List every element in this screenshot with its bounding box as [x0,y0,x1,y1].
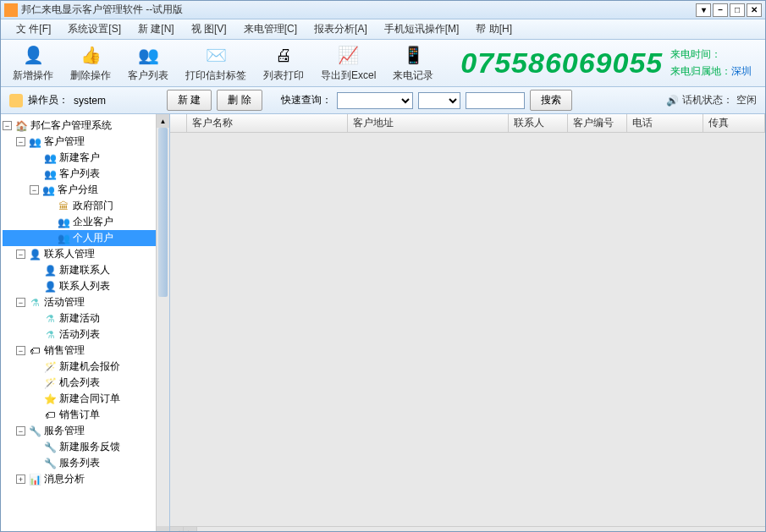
tree-quote-list[interactable]: 🪄机会列表 [3,375,168,391]
minimize-tray-button[interactable]: ▾ [696,3,711,17]
tree-scrollbar[interactable]: ▲ ▼ [156,114,169,532]
contact-icon: 👤 [28,248,41,261]
tree-msg-analysis[interactable]: +📊消息分析 [3,471,168,487]
people-icon: 👥 [28,135,41,149]
wrench-icon: 🔧 [43,457,57,470]
col-fax[interactable]: 传真 [703,114,765,132]
tb-call-log[interactable]: 📱来电记录 [386,41,440,85]
wand-icon: 🪄 [43,360,57,374]
operator-label: 操作员： [28,93,69,107]
search-value-input[interactable] [466,92,525,109]
tree-new-feedback[interactable]: 🔧新建服务反馈 [3,439,168,455]
grid-panel: 客户名称 客户地址 联系人 客户编号 电话 传真 ◀ ▶ [170,114,765,532]
maximize-button[interactable]: □ [730,3,745,17]
tb-print-list[interactable]: 🖨列表打印 [256,41,311,85]
search-field-select[interactable] [337,92,413,109]
menu-settings[interactable]: 系统设置[S] [59,20,130,38]
menu-report[interactable]: 报表分析[A] [306,20,376,38]
collapse-icon[interactable]: − [3,121,12,130]
collapse-icon[interactable]: − [16,346,25,355]
grid-hscrollbar[interactable]: ◀ ▶ [170,526,765,532]
tree-sales-mgmt[interactable]: −🏷销售管理 [3,343,168,359]
tree-new-contact[interactable]: 👤新建联系人 [3,262,168,278]
tb-delete[interactable]: 👍删除操作 [63,41,118,85]
phone-icon: 📱 [401,43,425,67]
tree-contact-list[interactable]: 👤联系人列表 [3,278,168,294]
tag-icon: 🏷 [43,409,57,422]
tree-customer-group[interactable]: −👥客户分组 [3,182,168,198]
search-button[interactable]: 搜索 [530,90,572,111]
tree-new-activity[interactable]: ⚗新建活动 [3,310,168,326]
collapse-icon[interactable]: − [30,185,39,195]
wrench-icon: 🔧 [43,441,57,454]
titlebar: 邦仁来电显示客户管理软件 --试用版 ▾ – □ ✕ [1,1,765,19]
envelope-icon: ✉️ [204,43,228,67]
menu-new[interactable]: 新 建[N] [130,20,183,38]
tree-sales-order[interactable]: 🏷销售订单 [3,407,168,423]
tree-panel: −🏠邦仁客户管理系统 −👥客户管理 👥新建客户 👥客户列表 −👥客户分组 🏛政府… [1,114,170,532]
tree-new-order[interactable]: ⭐新建合同订单 [3,391,168,407]
expand-icon[interactable]: + [16,474,25,484]
tree-new-customer[interactable]: 👥新建客户 [3,150,168,166]
people-icon: 👥 [43,167,57,181]
scroll-left-icon[interactable]: ◀ [170,527,184,532]
collapse-icon[interactable]: − [16,250,25,259]
app-icon [4,3,18,17]
operator-value: system [74,95,106,107]
caller-loc-label: 来电归属地： [670,65,731,77]
tree-activity-mgmt[interactable]: −⚗活动管理 [3,294,168,310]
printer-icon: 🖨 [272,43,295,67]
scroll-thumb[interactable] [158,128,168,297]
close-button[interactable]: ✕ [747,3,762,17]
minimize-button[interactable]: – [713,3,728,17]
operator-icon [9,94,23,107]
menu-view[interactable]: 视 图[V] [183,20,235,38]
wrench-icon: 🔧 [28,425,41,438]
tree-gov-dept[interactable]: 🏛政府部门 [3,198,168,214]
tree-customer-mgmt[interactable]: −👥客户管理 [3,134,168,150]
tree-customer-list[interactable]: 👥客户列表 [3,166,168,182]
nav-tree: −🏠邦仁客户管理系统 −👥客户管理 👥新建客户 👥客户列表 −👥客户分组 🏛政府… [1,114,169,491]
tree-activity-list[interactable]: ⚗活动列表 [3,326,168,343]
collapse-icon[interactable]: − [16,137,25,146]
tree-contact-mgmt[interactable]: −👤联系人管理 [3,246,168,262]
main-area: −🏠邦仁客户管理系统 −👥客户管理 👥新建客户 👥客户列表 −👥客户分组 🏛政府… [1,114,765,532]
chart-icon: 📈 [337,43,361,67]
tb-customer-list[interactable]: 👥客户列表 [121,41,175,85]
col-customer-addr[interactable]: 客户地址 [348,114,509,132]
tree-enterprise[interactable]: 👥企业客户 [3,214,168,230]
tb-export-excel[interactable]: 📈导出到Excel [314,41,383,85]
caller-time-label: 来电时间： [670,48,721,60]
toolbar: 👤新增操作 👍删除操作 👥客户列表 ✉️打印信封标签 🖨列表打印 📈导出到Exc… [1,40,765,87]
scroll-right-icon[interactable]: ▶ [184,527,197,532]
col-phone[interactable]: 电话 [627,114,703,132]
thumbs-up-icon: 👍 [79,43,102,67]
new-button[interactable]: 新 建 [167,90,212,111]
scroll-up-icon[interactable]: ▲ [157,114,169,128]
tree-service-list[interactable]: 🔧服务列表 [3,455,168,471]
chart-icon: 📊 [28,473,41,486]
quick-search-label: 快速查询： [281,93,332,107]
tree-root[interactable]: −🏠邦仁客户管理系统 [3,118,168,134]
menu-file[interactable]: 文 件[F] [8,20,59,38]
collapse-icon[interactable]: − [16,298,25,307]
tb-add[interactable]: 👤新增操作 [6,41,60,85]
collapse-icon[interactable]: − [16,426,25,436]
scroll-down-icon[interactable]: ▼ [157,526,169,532]
search-op-select[interactable] [418,92,460,109]
tree-new-quote[interactable]: 🪄新建机会报价 [3,359,168,375]
people-icon: 👥 [57,232,70,245]
menu-help[interactable]: 帮 助[H] [467,20,521,38]
people-icon: 👥 [136,43,160,67]
flask-icon: ⚗ [43,328,57,342]
menu-sms[interactable]: 手机短讯操作[M] [376,20,468,38]
col-customer-id[interactable]: 客户编号 [568,114,627,132]
tb-print-label[interactable]: ✉️打印信封标签 [179,41,253,85]
delete-button[interactable]: 删 除 [217,90,262,111]
tree-personal-user[interactable]: 👥个人用户 [3,230,168,246]
col-contact[interactable]: 联系人 [509,114,568,132]
tree-service-mgmt[interactable]: −🔧服务管理 [3,423,168,439]
star-icon: ⭐ [43,392,57,406]
menu-call[interactable]: 来电管理[C] [235,20,306,38]
col-customer-name[interactable]: 客户名称 [187,114,348,132]
